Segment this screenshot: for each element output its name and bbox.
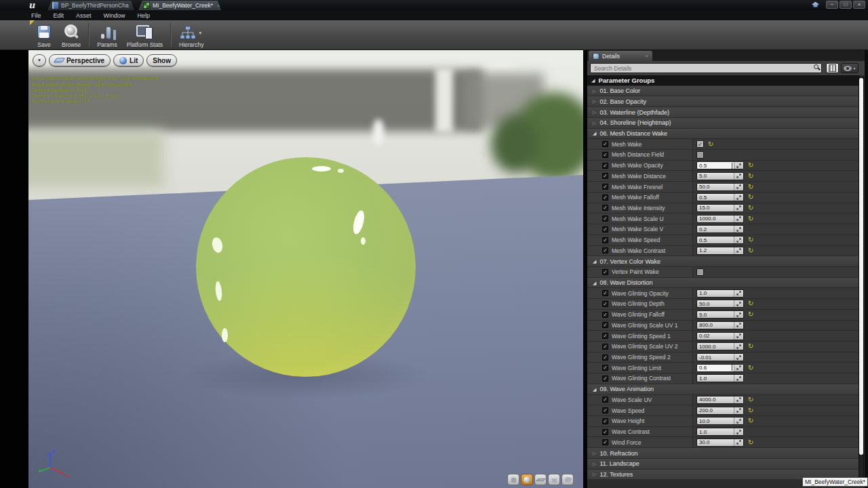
graduation-cap-icon[interactable] xyxy=(812,2,819,8)
override-checkbox[interactable]: ✓ xyxy=(602,184,608,190)
view-options-button[interactable]: ▼ xyxy=(841,63,859,73)
value-field[interactable]: 800.0 xyxy=(696,321,744,329)
value-field[interactable]: 1000.0 xyxy=(696,342,744,350)
hierarchy-button[interactable]: ▼ Hierarchy xyxy=(174,20,208,49)
override-checkbox[interactable]: ✓ xyxy=(602,290,608,296)
value-field[interactable]: 1.2 xyxy=(696,247,744,255)
drag-resize-icon[interactable] xyxy=(734,205,743,211)
override-checkbox[interactable]: ✓ xyxy=(602,322,608,328)
details-scrollbar[interactable] xyxy=(859,77,864,479)
override-checkbox[interactable]: ✓ xyxy=(602,344,608,350)
expanded-arrow-icon[interactable]: ◢ xyxy=(593,131,596,136)
preview-shape-cube[interactable] xyxy=(548,474,560,485)
drag-resize-icon[interactable] xyxy=(734,439,743,446)
drag-resize-icon[interactable] xyxy=(734,407,743,414)
expanded-arrow-icon[interactable]: ◢ xyxy=(593,259,596,264)
value-field[interactable]: 1.0 xyxy=(696,374,744,382)
close-icon[interactable]: × xyxy=(217,3,220,9)
collapsed-arrow-icon[interactable]: ▷ xyxy=(593,121,596,125)
parameter-groups-header[interactable]: ◢Parameter Groups xyxy=(587,75,860,86)
value-field[interactable]: 4000.0 xyxy=(696,396,744,404)
drag-resize-icon[interactable] xyxy=(734,375,743,382)
drag-resize-icon[interactable] xyxy=(734,322,743,329)
category-row[interactable]: ◢06. Mesh Distance Wake xyxy=(587,129,860,140)
browse-button[interactable]: Browse xyxy=(57,20,85,49)
minimize-button[interactable]: − xyxy=(826,1,838,9)
value-field[interactable]: -0.01 xyxy=(696,353,744,361)
value-field[interactable]: 30.0 xyxy=(696,439,744,447)
drag-resize-icon[interactable] xyxy=(734,162,743,169)
details-tab[interactable]: Details × xyxy=(589,51,652,61)
drag-resize-icon[interactable] xyxy=(734,311,743,318)
value-field[interactable]: 0.5 xyxy=(696,193,744,201)
category-row[interactable]: ▷02. Base Opacity xyxy=(587,96,860,107)
override-checkbox[interactable]: ✓ xyxy=(602,418,608,424)
drag-resize-icon[interactable] xyxy=(734,333,743,340)
override-checkbox[interactable]: ✓ xyxy=(602,375,608,382)
override-checkbox[interactable]: ✓ xyxy=(602,163,608,169)
override-checkbox[interactable]: ✓ xyxy=(602,365,608,371)
drag-resize-icon[interactable] xyxy=(734,216,743,222)
lit-button[interactable]: Lit xyxy=(113,54,144,66)
override-checkbox[interactable]: ✓ xyxy=(602,216,608,222)
drag-resize-icon[interactable] xyxy=(734,418,743,424)
override-checkbox[interactable]: ✓ xyxy=(602,269,608,275)
drag-resize-icon[interactable] xyxy=(734,343,743,350)
value-field[interactable]: 0.5 xyxy=(696,236,744,244)
reset-to-default-icon[interactable]: ↺ xyxy=(748,205,753,211)
reset-to-default-icon[interactable]: ↺ xyxy=(748,194,753,201)
expanded-arrow-icon[interactable]: ◢ xyxy=(591,78,595,83)
reset-to-default-icon[interactable]: ↺ xyxy=(748,216,753,222)
reset-to-default-icon[interactable]: ↺ xyxy=(748,343,753,350)
reset-to-default-icon[interactable]: ↺ xyxy=(748,365,753,371)
scrollbar-thumb[interactable] xyxy=(859,78,863,455)
value-field[interactable]: 50.0 xyxy=(696,300,744,308)
category-row[interactable]: ▷04. Shoreline (Heightmap) xyxy=(587,118,860,129)
override-checkbox[interactable]: ✓ xyxy=(602,312,608,318)
chevron-down-icon[interactable]: ▼ xyxy=(198,31,202,35)
collapsed-arrow-icon[interactable]: ▷ xyxy=(593,462,596,466)
value-field[interactable]: 0.2 xyxy=(696,225,744,233)
value-field[interactable]: 0.5 xyxy=(696,161,744,169)
maximize-button[interactable]: □ xyxy=(840,1,852,9)
drag-resize-icon[interactable] xyxy=(734,173,743,180)
override-checkbox[interactable]: ✓ xyxy=(602,407,608,413)
menu-help[interactable]: Help xyxy=(138,12,151,19)
reset-to-default-icon[interactable]: ↺ xyxy=(748,162,753,169)
reset-to-default-icon[interactable]: ↺ xyxy=(748,173,753,180)
search-details-input[interactable] xyxy=(590,63,822,73)
drag-resize-icon[interactable] xyxy=(734,300,743,307)
category-row[interactable]: ◢08. Wave Distortion xyxy=(587,278,860,289)
override-checkbox[interactable]: ✓ xyxy=(602,333,608,339)
show-button[interactable]: Show xyxy=(146,54,177,66)
close-icon[interactable]: × xyxy=(645,53,648,59)
override-checkbox[interactable]: ✓ xyxy=(602,141,608,147)
reset-to-default-icon[interactable]: ↺ xyxy=(748,418,753,424)
override-checkbox[interactable]: ✓ xyxy=(602,226,608,232)
category-row[interactable]: ▷10. Refraction xyxy=(587,448,860,459)
menu-file[interactable]: File xyxy=(31,12,41,19)
drag-resize-icon[interactable] xyxy=(734,428,743,435)
category-row[interactable]: ▷03. Waterline (Depthfade) xyxy=(587,107,860,118)
category-row[interactable]: ▷01. Base Color xyxy=(587,86,860,97)
drag-resize-icon[interactable] xyxy=(734,290,743,297)
value-field[interactable]: 1000.0 xyxy=(696,215,744,223)
value-field[interactable]: 0.02 xyxy=(696,332,744,340)
save-button[interactable]: Save xyxy=(31,20,57,49)
value-field[interactable]: 10.0 xyxy=(696,417,744,425)
params-button[interactable]: Params xyxy=(92,20,121,49)
override-checkbox[interactable]: ✓ xyxy=(602,237,608,243)
collapsed-arrow-icon[interactable]: ▷ xyxy=(593,110,596,115)
reset-to-default-icon[interactable]: ↺ xyxy=(748,407,753,414)
menu-asset[interactable]: Asset xyxy=(76,12,92,19)
preview-shape-plane[interactable] xyxy=(534,474,547,485)
value-field[interactable]: 1.0 xyxy=(696,289,744,298)
override-checkbox[interactable]: ✓ xyxy=(602,247,608,253)
override-checkbox[interactable]: ✓ xyxy=(602,205,608,211)
drag-resize-icon[interactable] xyxy=(734,184,743,190)
reset-to-default-icon[interactable]: ↺ xyxy=(748,184,753,190)
preview-shape-teapot[interactable] xyxy=(561,474,574,485)
category-row[interactable]: ◢09. Wave Animation xyxy=(587,384,860,395)
preview-viewport[interactable]: Base pass shader without light map: 245 … xyxy=(28,50,583,488)
override-checkbox[interactable]: ✓ xyxy=(602,152,608,158)
